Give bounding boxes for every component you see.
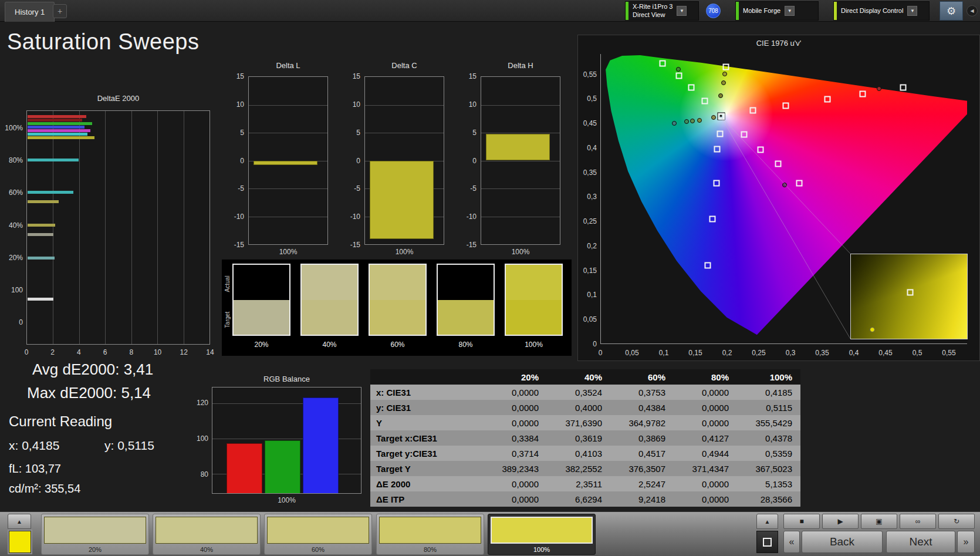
source-dropdown[interactable]: Mobile Forge ▼ (735, 1, 819, 21)
deltae-bar (28, 224, 55, 227)
current-reading-cdm2: cd/m²: 355,54 (9, 482, 80, 496)
table-header-cell: 40% (547, 369, 610, 385)
previous-button[interactable]: « (783, 531, 800, 553)
top-bar: History 1 + X-Rite i1Pro 3 Direct View ▼… (0, 0, 980, 22)
deltae-bar (28, 119, 82, 122)
refresh-button[interactable]: ↻ (938, 514, 975, 529)
axis-tick-label: 10 (236, 100, 244, 109)
axis-tick-label: 0,2 (587, 242, 597, 250)
axis-tick-label: 0,05 (625, 349, 638, 357)
white-point-marker (718, 113, 724, 119)
pattern-window-button[interactable] (756, 531, 778, 553)
table-cell: 0,0000 (674, 491, 737, 507)
axis-tick-label: 60% (9, 188, 23, 197)
chart-title: DeltaE 2000 (26, 94, 210, 103)
chart-title: Delta C (364, 61, 444, 70)
add-tab-button[interactable]: + (53, 4, 67, 18)
target-point (775, 161, 781, 167)
delta-h-plot (481, 76, 560, 245)
forward-button[interactable]: » (957, 531, 975, 553)
row-label: y: CIE31 (370, 400, 484, 415)
stop-button[interactable]: ■ (783, 514, 820, 529)
axis-tick-label: 0 (356, 157, 360, 165)
axis-tick-label: -5 (470, 184, 477, 193)
patch-color (44, 517, 146, 544)
gridline (481, 217, 560, 217)
gear-icon: ⚙ (947, 5, 956, 18)
patch-label: 80% (377, 546, 484, 553)
patch-button-100[interactable]: 100% (488, 514, 596, 555)
gridline (157, 111, 158, 344)
table-cell: 0,3869 (610, 430, 674, 446)
table-header-cell (370, 369, 484, 385)
source-label: Mobile Forge (739, 7, 785, 15)
color-swatch (369, 264, 427, 336)
table-cell: 28,3566 (737, 491, 800, 507)
back-button[interactable]: Back (802, 531, 883, 553)
axis-tick-label: -5 (354, 184, 360, 193)
axis-tick-label: 20% (9, 254, 23, 262)
pattern-window-button[interactable]: ▣ (861, 514, 897, 529)
rgb-plot (212, 387, 361, 494)
swatch-target (438, 300, 494, 335)
history-tab[interactable]: History 1 (5, 2, 55, 22)
swatch-actual (234, 265, 289, 300)
axis-tick-label: 0,35 (583, 169, 597, 177)
delta-h-yaxis: 151050-5-10-15 (461, 76, 478, 245)
results-table: 20%40%60%80%100%x: CIE310,00000,35240,37… (370, 369, 800, 507)
gridline (365, 133, 444, 133)
axis-tick-label: 40% (9, 221, 23, 230)
next-button[interactable]: Next (886, 531, 955, 553)
patch-button-60[interactable]: 60% (264, 514, 372, 555)
axis-tick-label: 0,35 (815, 349, 829, 357)
play-button[interactable]: ▶ (822, 514, 859, 529)
swatch-labels: 20%40%60%80%100% (232, 341, 563, 349)
target-point (782, 103, 789, 109)
row-label: Y (370, 415, 484, 430)
table-cell: 0,0000 (674, 415, 737, 430)
table-cell: 0,4378 (737, 430, 800, 446)
table-cell: 0,3714 (484, 446, 547, 461)
gridline (481, 188, 560, 189)
cie-xaxis: 00,050,10,150,20,250,30,350,40,450,50,55 (600, 348, 967, 357)
axis-tick-label: 0,3 (587, 193, 597, 201)
patch-button-80[interactable]: 80% (376, 514, 484, 555)
axis-tick-label: -15 (467, 241, 477, 249)
deltae-xaxis: 02468101214 (26, 347, 210, 356)
table-cell: 6,6294 (547, 491, 610, 507)
target-point (717, 130, 723, 137)
row-label: Target Y (370, 461, 484, 476)
table-cell: 0,3384 (484, 430, 547, 446)
axis-tick-label: 100% (5, 124, 23, 132)
target-row-label: Target (224, 302, 231, 338)
display-control-dropdown[interactable]: Direct Display Control ▼ (833, 1, 930, 21)
x-axis-label: 100% (212, 496, 361, 504)
expand-right-button[interactable]: ▲ (756, 514, 778, 529)
target-point (900, 85, 907, 91)
gridline (481, 133, 560, 133)
swatch-label: 40% (300, 341, 359, 349)
deltae-bar (28, 298, 53, 301)
table-cell: 0,4944 (674, 446, 737, 461)
table-header-cell: 80% (674, 369, 737, 385)
table-cell: 0,0000 (674, 476, 737, 491)
meter-name: X-Rite i1Pro 3 (633, 3, 673, 11)
chevron-down-icon: ▼ (907, 6, 917, 16)
table-cell: 376,3507 (610, 461, 674, 476)
target-point (675, 73, 682, 79)
settings-button[interactable]: ⚙ (940, 1, 963, 21)
meter-dropdown[interactable]: X-Rite i1Pro 3 Direct View ▼ (625, 1, 699, 21)
table-cell: 0,3619 (547, 430, 610, 446)
patch-button-20[interactable]: 20% (41, 514, 149, 555)
patch-button-40[interactable]: 40% (153, 514, 261, 555)
target-point (659, 60, 665, 66)
table-cell: 0,5359 (737, 446, 800, 461)
gridline (481, 161, 560, 161)
table-cell: 355,5429 (737, 415, 800, 430)
measurement-point (690, 119, 695, 123)
axis-tick-label: 0,5 (913, 349, 922, 357)
collapse-panel-button[interactable]: ◀ (967, 5, 978, 16)
loop-button[interactable]: ∞ (900, 514, 936, 529)
table-cell: 0,4384 (610, 400, 674, 415)
swatch-target (506, 300, 562, 335)
